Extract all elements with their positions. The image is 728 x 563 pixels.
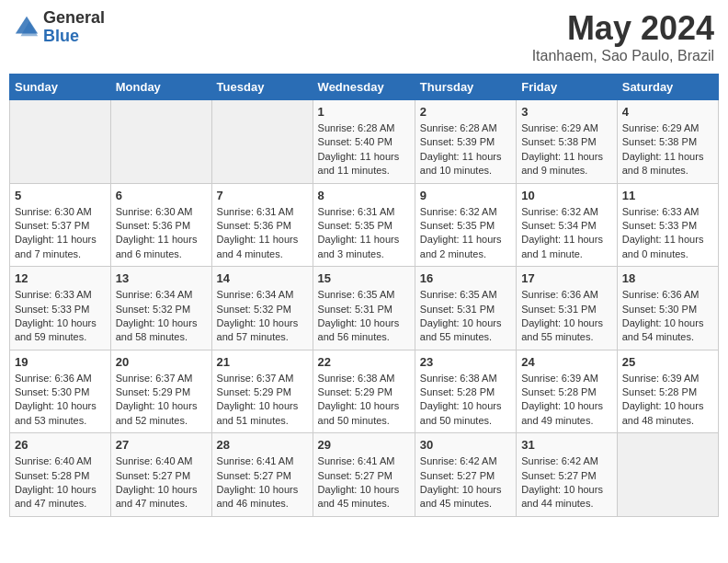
week-row-5: 26Sunrise: 6:40 AM Sunset: 5:28 PM Dayli… (10, 433, 719, 517)
week-row-1: 1Sunrise: 6:28 AM Sunset: 5:40 PM Daylig… (10, 100, 719, 184)
day-info: Sunrise: 6:29 AM Sunset: 5:38 PM Dayligh… (521, 121, 611, 178)
header-sunday: Sunday (10, 75, 111, 100)
day-number: 15 (318, 271, 410, 285)
day-number: 24 (521, 355, 611, 369)
day-info: Sunrise: 6:36 AM Sunset: 5:30 PM Dayligh… (622, 288, 713, 345)
day-number: 3 (521, 105, 611, 119)
calendar-cell: 8Sunrise: 6:31 AM Sunset: 5:35 PM Daylig… (313, 183, 415, 267)
calendar-cell: 25Sunrise: 6:39 AM Sunset: 5:28 PM Dayli… (617, 350, 718, 433)
day-info: Sunrise: 6:34 AM Sunset: 5:32 PM Dayligh… (217, 288, 308, 345)
day-info: Sunrise: 6:28 AM Sunset: 5:40 PM Dayligh… (318, 121, 410, 178)
calendar-cell (617, 433, 718, 517)
day-info: Sunrise: 6:36 AM Sunset: 5:31 PM Dayligh… (521, 288, 611, 345)
day-number: 2 (420, 105, 511, 119)
day-number: 10 (521, 189, 611, 202)
calendar-cell: 22Sunrise: 6:38 AM Sunset: 5:29 PM Dayli… (313, 350, 415, 433)
day-number: 8 (318, 189, 410, 202)
logo-blue: Blue (43, 28, 105, 46)
day-number: 21 (217, 355, 308, 369)
day-info: Sunrise: 6:31 AM Sunset: 5:35 PM Dayligh… (318, 205, 410, 262)
calendar-cell: 7Sunrise: 6:31 AM Sunset: 5:36 PM Daylig… (211, 183, 313, 267)
header-thursday: Thursday (415, 75, 516, 100)
day-info: Sunrise: 6:35 AM Sunset: 5:31 PM Dayligh… (420, 288, 511, 345)
calendar-cell: 15Sunrise: 6:35 AM Sunset: 5:31 PM Dayli… (313, 267, 415, 350)
calendar-cell (211, 100, 313, 184)
week-row-2: 5Sunrise: 6:30 AM Sunset: 5:37 PM Daylig… (10, 183, 719, 267)
day-number: 23 (420, 355, 511, 369)
header-friday: Friday (517, 75, 617, 100)
calendar-table: SundayMondayTuesdayWednesdayThursdayFrid… (9, 74, 719, 517)
week-row-4: 19Sunrise: 6:36 AM Sunset: 5:30 PM Dayli… (10, 350, 719, 433)
calendar-cell: 1Sunrise: 6:28 AM Sunset: 5:40 PM Daylig… (313, 100, 415, 184)
logo-general: General (43, 9, 105, 28)
day-number: 20 (116, 355, 207, 369)
calendar-cell: 9Sunrise: 6:32 AM Sunset: 5:35 PM Daylig… (415, 183, 516, 267)
day-info: Sunrise: 6:29 AM Sunset: 5:38 PM Dayligh… (622, 121, 713, 178)
title-block: May 2024 Itanhaem, Sao Paulo, Brazil (532, 9, 714, 64)
day-info: Sunrise: 6:42 AM Sunset: 5:27 PM Dayligh… (420, 454, 511, 511)
day-info: Sunrise: 6:40 AM Sunset: 5:28 PM Dayligh… (15, 454, 106, 511)
calendar-cell: 6Sunrise: 6:30 AM Sunset: 5:36 PM Daylig… (110, 183, 211, 267)
day-info: Sunrise: 6:32 AM Sunset: 5:35 PM Dayligh… (420, 205, 511, 262)
day-number: 19 (15, 355, 106, 369)
calendar-cell: 20Sunrise: 6:37 AM Sunset: 5:29 PM Dayli… (110, 350, 211, 433)
day-number: 26 (15, 438, 106, 452)
day-number: 27 (116, 438, 207, 452)
logo: General Blue (14, 9, 105, 46)
day-info: Sunrise: 6:36 AM Sunset: 5:30 PM Dayligh… (15, 372, 106, 429)
calendar-cell: 31Sunrise: 6:42 AM Sunset: 5:27 PM Dayli… (517, 433, 617, 517)
day-number: 29 (318, 438, 410, 452)
day-info: Sunrise: 6:37 AM Sunset: 5:29 PM Dayligh… (116, 372, 207, 429)
calendar-cell: 12Sunrise: 6:33 AM Sunset: 5:33 PM Dayli… (10, 267, 111, 350)
day-number: 7 (217, 189, 308, 202)
calendar-cell: 14Sunrise: 6:34 AM Sunset: 5:32 PM Dayli… (211, 267, 313, 350)
day-number: 1 (318, 105, 410, 119)
calendar-cell: 10Sunrise: 6:32 AM Sunset: 5:34 PM Dayli… (517, 183, 617, 267)
calendar-header-row: SundayMondayTuesdayWednesdayThursdayFrid… (10, 75, 719, 100)
calendar-cell: 27Sunrise: 6:40 AM Sunset: 5:27 PM Dayli… (110, 433, 211, 517)
day-number: 5 (15, 189, 106, 202)
calendar-title: May 2024 (532, 9, 714, 48)
day-info: Sunrise: 6:38 AM Sunset: 5:29 PM Dayligh… (318, 372, 410, 429)
day-info: Sunrise: 6:30 AM Sunset: 5:37 PM Dayligh… (15, 205, 106, 262)
calendar-cell: 5Sunrise: 6:30 AM Sunset: 5:37 PM Daylig… (10, 183, 111, 267)
header-monday: Monday (110, 75, 211, 100)
day-info: Sunrise: 6:28 AM Sunset: 5:39 PM Dayligh… (420, 121, 511, 178)
calendar-cell (110, 100, 211, 184)
calendar-cell: 4Sunrise: 6:29 AM Sunset: 5:38 PM Daylig… (617, 100, 718, 184)
page-header: General Blue May 2024 Itanhaem, Sao Paul… (9, 9, 719, 64)
calendar-cell: 21Sunrise: 6:37 AM Sunset: 5:29 PM Dayli… (211, 350, 313, 433)
calendar-cell: 17Sunrise: 6:36 AM Sunset: 5:31 PM Dayli… (517, 267, 617, 350)
calendar-cell: 3Sunrise: 6:29 AM Sunset: 5:38 PM Daylig… (517, 100, 617, 184)
calendar-cell: 18Sunrise: 6:36 AM Sunset: 5:30 PM Dayli… (617, 267, 718, 350)
day-info: Sunrise: 6:41 AM Sunset: 5:27 PM Dayligh… (217, 454, 308, 511)
day-number: 18 (622, 271, 713, 285)
calendar-cell: 24Sunrise: 6:39 AM Sunset: 5:28 PM Dayli… (517, 350, 617, 433)
day-info: Sunrise: 6:42 AM Sunset: 5:27 PM Dayligh… (521, 454, 611, 511)
day-number: 28 (217, 438, 308, 452)
day-info: Sunrise: 6:38 AM Sunset: 5:28 PM Dayligh… (420, 372, 511, 429)
day-info: Sunrise: 6:35 AM Sunset: 5:31 PM Dayligh… (318, 288, 410, 345)
day-info: Sunrise: 6:40 AM Sunset: 5:27 PM Dayligh… (116, 454, 207, 511)
day-number: 13 (116, 271, 207, 285)
week-row-3: 12Sunrise: 6:33 AM Sunset: 5:33 PM Dayli… (10, 267, 719, 350)
day-info: Sunrise: 6:31 AM Sunset: 5:36 PM Dayligh… (217, 205, 308, 262)
calendar-cell: 13Sunrise: 6:34 AM Sunset: 5:32 PM Dayli… (110, 267, 211, 350)
calendar-cell: 2Sunrise: 6:28 AM Sunset: 5:39 PM Daylig… (415, 100, 516, 184)
day-number: 6 (116, 189, 207, 202)
header-wednesday: Wednesday (313, 75, 415, 100)
day-info: Sunrise: 6:39 AM Sunset: 5:28 PM Dayligh… (622, 372, 713, 429)
logo-icon (14, 15, 40, 40)
day-info: Sunrise: 6:39 AM Sunset: 5:28 PM Dayligh… (521, 372, 611, 429)
day-number: 16 (420, 271, 511, 285)
day-info: Sunrise: 6:33 AM Sunset: 5:33 PM Dayligh… (622, 205, 713, 262)
day-number: 14 (217, 271, 308, 285)
day-number: 17 (521, 271, 611, 285)
logo-text: General Blue (43, 9, 105, 46)
day-number: 22 (318, 355, 410, 369)
calendar-cell: 29Sunrise: 6:41 AM Sunset: 5:27 PM Dayli… (313, 433, 415, 517)
calendar-cell: 23Sunrise: 6:38 AM Sunset: 5:28 PM Dayli… (415, 350, 516, 433)
calendar-cell: 11Sunrise: 6:33 AM Sunset: 5:33 PM Dayli… (617, 183, 718, 267)
calendar-cell (10, 100, 111, 184)
day-info: Sunrise: 6:33 AM Sunset: 5:33 PM Dayligh… (15, 288, 106, 345)
